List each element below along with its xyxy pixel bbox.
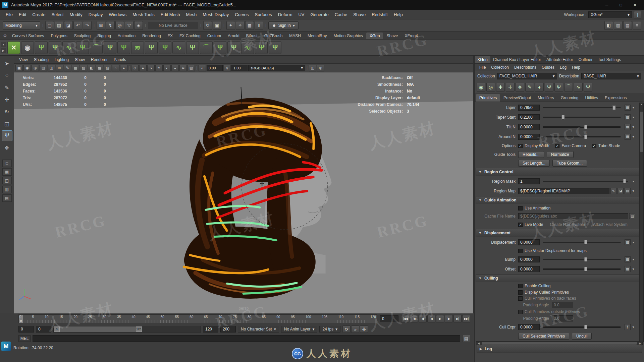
padding-angle-field[interactable]: 0.0: [552, 315, 573, 321]
xgen-wave-icon[interactable]: ∿: [62, 41, 75, 54]
save-map-icon[interactable]: ◪: [618, 188, 624, 194]
group-separator[interactable]: |: [144, 21, 147, 30]
xray-icon[interactable]: ◫: [309, 65, 316, 71]
shelf-tab[interactable]: FX Caching: [176, 33, 204, 39]
slider-handle[interactable]: [623, 179, 626, 184]
cache-file-field[interactable]: ${DESC}/guides.abc: [518, 213, 628, 219]
field-chart-icon[interactable]: ▨: [104, 65, 111, 71]
menu-item[interactable]: Curves: [232, 10, 252, 19]
map-icon[interactable]: ▩: [625, 239, 631, 245]
shelf-tab[interactable]: Custom: [204, 33, 224, 39]
snap-point-icon[interactable]: ◎: [115, 21, 124, 30]
animation-end-field[interactable]: 200: [220, 326, 236, 333]
range-start-handle[interactable]: 0: [54, 326, 60, 332]
expression-icon[interactable]: ƒ: [625, 324, 631, 330]
snap-plane-icon[interactable]: ▽: [125, 21, 133, 30]
scroll-left-icon[interactable]: ◀: [476, 342, 481, 345]
auto-keyframe-icon[interactable]: ✜: [360, 325, 368, 333]
chevron-down-icon[interactable]: ▾: [631, 325, 635, 329]
film-gate-icon[interactable]: ▧: [80, 65, 87, 71]
guide-sculpt-icon[interactable]: ✎: [525, 83, 534, 92]
menu-item[interactable]: Mesh: [183, 10, 200, 19]
menu-item[interactable]: Select: [48, 10, 66, 19]
step-forward-frame-button[interactable]: ▶|: [453, 315, 462, 322]
xgen-menu-item[interactable]: File: [477, 65, 488, 70]
move-tool[interactable]: ✛: [2, 95, 12, 105]
playback-end-field[interactable]: 120: [203, 326, 218, 333]
menu-item[interactable]: Mesh Display: [200, 10, 232, 19]
menu-item[interactable]: Windows: [106, 10, 129, 19]
resolution-gate-icon[interactable]: ◧: [88, 65, 95, 71]
paint-select-tool[interactable]: ✎: [2, 82, 12, 93]
map-icon[interactable]: ▩: [625, 105, 631, 111]
slider-handle[interactable]: [584, 325, 587, 329]
snap-curve-icon[interactable]: ↯: [106, 21, 115, 30]
shelf-tab[interactable]: Bifrost: [243, 33, 261, 39]
lasso-select-tool[interactable]: ◌: [2, 70, 12, 80]
menu-item[interactable]: Edit Mesh: [158, 10, 183, 19]
shelf-tab[interactable]: FX: [164, 33, 176, 39]
group-separator[interactable]: |: [265, 21, 267, 30]
pause-icon[interactable]: ‖: [255, 21, 263, 30]
shelf-tab[interactable]: Shave: [383, 33, 401, 39]
shaded-icon[interactable]: ●: [139, 65, 147, 71]
browse-map-icon[interactable]: ▤: [625, 188, 631, 194]
xgen-menu-item[interactable]: Log: [557, 65, 569, 70]
map-icon[interactable]: ▩: [625, 134, 631, 140]
image-plane-icon[interactable]: ◫: [48, 65, 55, 71]
shelf-tab[interactable]: Animation: [114, 33, 139, 39]
workspace-options-icon[interactable]: |: [634, 11, 641, 18]
shelf-prev-icon[interactable]: ▾: [1, 42, 6, 47]
xgen-subtab[interactable]: Utilities: [582, 94, 601, 102]
xgen-menu-item[interactable]: Collection: [488, 65, 512, 70]
displacement-slider[interactable]: [543, 242, 621, 243]
panel-menu-item[interactable]: Show: [72, 57, 88, 62]
menu-item[interactable]: File: [3, 10, 16, 19]
select-tool[interactable]: ➤: [2, 58, 12, 68]
shelf-tab[interactable]: Motion Graphics: [330, 33, 366, 39]
shelf-tab[interactable]: Polygons: [47, 33, 70, 39]
option-checkbox-group[interactable]: ✓ Display Width: [518, 143, 549, 148]
menu-item[interactable]: Deform: [275, 10, 296, 19]
editor-tab[interactable]: Outliner: [576, 56, 595, 63]
attribute-value-field[interactable]: 0.0000: [518, 124, 540, 130]
curl-icon[interactable]: ⌒: [564, 83, 573, 92]
move-guides-icon[interactable]: ✛: [506, 83, 515, 92]
menu-item[interactable]: Help: [391, 10, 406, 19]
menu-set-dropdown[interactable]: Modeling ▾: [3, 21, 40, 29]
chevron-down-icon[interactable]: ▾: [631, 267, 635, 271]
enable-culling-checkbox[interactable]: ✓: [518, 284, 523, 288]
description-dropdown[interactable]: BASE_HAIR ▾: [581, 73, 641, 79]
menu-item[interactable]: Generate: [308, 10, 332, 19]
uncull-button[interactable]: Uncull: [572, 333, 592, 340]
xgen-smooth-icon[interactable]: ∿: [241, 41, 254, 54]
scale-tool[interactable]: ◱: [2, 119, 12, 129]
duplicate-guides-icon[interactable]: ❖: [516, 83, 524, 92]
command-language-toggle[interactable]: MEL: [18, 335, 31, 342]
pin-guides-icon[interactable]: ♦: [535, 83, 544, 92]
motion-blur-icon[interactable]: ≋: [179, 65, 187, 71]
slider-handle[interactable]: [584, 267, 587, 272]
slider-handle[interactable]: [584, 134, 587, 139]
workspace-dropdown[interactable]: XGen* ▾: [588, 11, 632, 18]
command-line-input[interactable]: [33, 335, 460, 342]
menu-item[interactable]: Cache: [332, 10, 351, 19]
vector-displacement-checkbox[interactable]: ✓: [518, 249, 523, 253]
anim-layer-dropdown[interactable]: No Anim Layer ▾: [281, 326, 318, 333]
group-separator[interactable]: |: [223, 21, 225, 30]
shadows-icon[interactable]: ◐: [163, 65, 171, 71]
layout-hypershade[interactable]: ▤: [2, 194, 12, 202]
animation-start-field[interactable]: 0: [18, 326, 34, 333]
offset-field[interactable]: 0.0000: [518, 266, 540, 272]
noise-icon[interactable]: ∿: [574, 83, 583, 92]
multisample-icon[interactable]: ▧: [187, 65, 195, 71]
cull-backfaces-checkbox[interactable]: ✓: [518, 296, 523, 301]
editor-tab[interactable]: Attribute Editor: [544, 56, 576, 63]
xgen-subtab[interactable]: Preview/Output: [500, 94, 534, 102]
map-icon[interactable]: ▩: [625, 266, 631, 272]
time-slider[interactable]: 0510152025303540455055606570758085909510…: [18, 314, 377, 323]
layout-two-pane-side[interactable]: ◫: [2, 177, 12, 184]
playback-speed-icon[interactable]: »: [351, 325, 359, 333]
step-back-frame-button[interactable]: |◀: [410, 315, 418, 322]
xgen-clump-icon[interactable]: Ψ: [104, 41, 116, 54]
